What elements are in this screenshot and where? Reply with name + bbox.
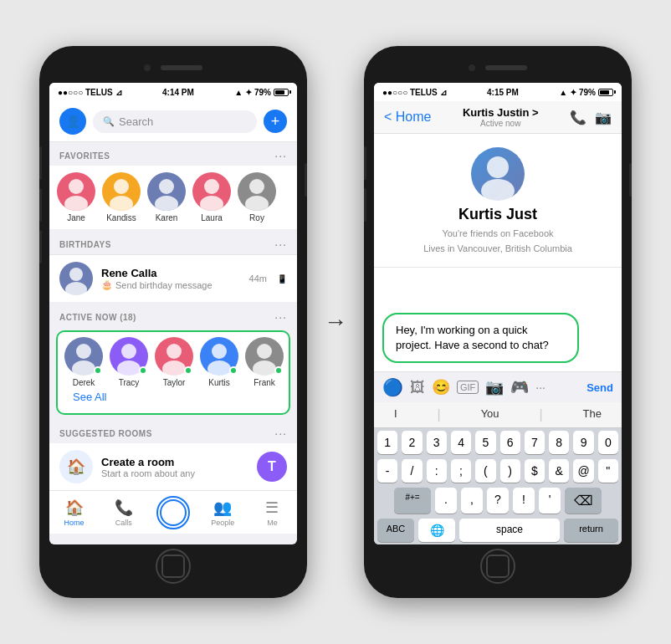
nav-calls[interactable]: 📞 Calls: [99, 491, 148, 534]
active-tracy[interactable]: Tracy: [108, 337, 150, 387]
key-3[interactable]: 3: [427, 431, 447, 454]
favorites-more[interactable]: ···: [274, 149, 287, 162]
key-quote[interactable]: ": [598, 459, 618, 483]
key-abc[interactable]: ABC: [377, 519, 414, 542]
key-question[interactable]: ?: [487, 488, 509, 514]
toolbar-more-icon[interactable]: ···: [535, 381, 546, 394]
fav-laura[interactable]: Laura: [192, 172, 232, 222]
key-0[interactable]: 0: [598, 431, 618, 454]
right-battery-icon: [598, 89, 613, 96]
key-dollar[interactable]: $: [525, 459, 545, 483]
svg-point-18: [212, 344, 227, 359]
birthday-time: 44m: [249, 273, 267, 284]
back-button[interactable]: < Home: [384, 110, 431, 125]
messenger-header: 👤 🔍 Search +: [49, 101, 297, 142]
fav-kandiss[interactable]: Kandiss: [101, 172, 141, 222]
key-slash[interactable]: /: [402, 459, 422, 483]
suggestion-the[interactable]: The: [583, 407, 602, 422]
toolbar-emoji-icon[interactable]: 😊: [432, 378, 450, 396]
svg-point-21: [253, 360, 276, 376]
search-bar[interactable]: 🔍 Search: [93, 110, 257, 133]
right-time: 4:15 PM: [487, 88, 519, 97]
birthday-name: Rene Calla: [101, 267, 241, 279]
fav-karen[interactable]: Karen: [146, 172, 187, 222]
active-kurtis[interactable]: Kurtis: [198, 337, 240, 387]
key-colon[interactable]: :: [427, 459, 447, 483]
see-all-button[interactable]: See All: [63, 387, 284, 408]
compose-button[interactable]: +: [264, 110, 287, 133]
nav-groups-people-label: People: [211, 519, 234, 527]
active-derek[interactable]: Derek: [63, 337, 105, 387]
key-return[interactable]: return: [564, 519, 618, 542]
rooms-header: SUGGESTED ROOMS ···: [49, 420, 297, 443]
fav-jane[interactable]: Jane: [56, 172, 96, 222]
active-frank[interactable]: Frank: [243, 337, 284, 387]
active-header: ACTIVE NOW (18) ···: [49, 304, 297, 327]
key-dash[interactable]: -: [377, 459, 397, 483]
nav-groups-people[interactable]: 👥 People: [198, 491, 248, 534]
chat-contact-status: Active now: [438, 119, 563, 128]
voice-call-button[interactable]: 📞: [570, 110, 586, 125]
toolbar-camera-icon[interactable]: 📷: [485, 378, 504, 396]
key-period[interactable]: .: [435, 488, 457, 514]
left-status-bar: ●●○○○ TELUS ⊿ 4:14 PM ▲ ✦ 79%: [49, 83, 297, 101]
fav-kandiss-name: Kandiss: [106, 213, 136, 222]
fav-roy[interactable]: Roy: [237, 172, 277, 222]
active-taylor-avatar: [155, 337, 193, 376]
key-8[interactable]: 8: [549, 431, 569, 454]
right-home-button[interactable]: [480, 549, 515, 584]
left-home-button[interactable]: [156, 549, 191, 584]
birthdays-more[interactable]: ···: [274, 238, 287, 251]
nav-groups[interactable]: [148, 491, 197, 534]
key-backspace[interactable]: ⌫: [565, 488, 602, 514]
suggestion-you[interactable]: You: [481, 407, 499, 422]
key-5[interactable]: 5: [475, 431, 495, 454]
earpiece: [161, 65, 202, 70]
active-tracy-name: Tracy: [119, 378, 140, 387]
key-exclaim[interactable]: !: [513, 488, 535, 514]
front-camera: [144, 64, 151, 71]
key-apostrophe[interactable]: ': [539, 488, 561, 514]
create-room[interactable]: 🏠 Create a room Start a room about any T: [49, 443, 297, 490]
key-1[interactable]: 1: [377, 431, 397, 454]
toolbar-blue-icon[interactable]: 🔵: [382, 377, 403, 397]
key-emoji[interactable]: 🌐: [418, 519, 455, 542]
key-6[interactable]: 6: [500, 431, 520, 454]
key-4[interactable]: 4: [451, 431, 471, 454]
active-taylor[interactable]: Taylor: [153, 337, 195, 387]
svg-point-23: [481, 179, 515, 201]
nav-people-me[interactable]: ☰ Me: [248, 491, 297, 534]
svg-point-7: [200, 196, 223, 211]
rooms-more[interactable]: ···: [274, 427, 287, 440]
active-more[interactable]: ···: [274, 310, 287, 324]
nav-home[interactable]: 🏠 Home: [49, 491, 99, 534]
key-rparen[interactable]: ): [500, 459, 520, 483]
toolbar-gif-button[interactable]: GIF: [457, 381, 479, 394]
key-9[interactable]: 9: [573, 431, 593, 454]
time-display: 4:14 PM: [162, 88, 194, 97]
key-lparen[interactable]: (: [475, 459, 495, 483]
send-button[interactable]: Send: [586, 381, 613, 394]
key-at[interactable]: @: [573, 459, 593, 483]
toolbar-photo-icon[interactable]: 🖼: [410, 379, 425, 396]
svg-point-12: [76, 344, 91, 359]
suggestion-i[interactable]: I: [394, 407, 397, 422]
device-icon: 📱: [277, 274, 287, 284]
chat-contact-name[interactable]: Kurtis Justin >: [438, 106, 563, 119]
birthday-rene[interactable]: Rene Calla 🎂 Send birthday message 44m 📱: [49, 254, 297, 302]
key-numpad[interactable]: #+=: [394, 488, 431, 514]
active-frank-avatar: [245, 337, 284, 376]
toolbar-game-icon[interactable]: 🎮: [510, 378, 529, 396]
birthdays-header: BIRTHDAYS ···: [49, 231, 297, 254]
video-call-button[interactable]: 📷: [595, 110, 612, 125]
key-7[interactable]: 7: [525, 431, 545, 454]
user-avatar[interactable]: 👤: [59, 108, 86, 135]
chat-messages: Hey, I'm working on a quick project. Hav…: [374, 268, 622, 371]
battery-icon: [274, 89, 289, 96]
key-comma[interactable]: ,: [461, 488, 483, 514]
favorites-title: FAVORITES: [59, 151, 110, 161]
key-amp[interactable]: &: [549, 459, 569, 483]
key-space[interactable]: space: [459, 519, 560, 542]
key-2[interactable]: 2: [402, 431, 422, 454]
key-semicolon[interactable]: ;: [451, 459, 471, 483]
